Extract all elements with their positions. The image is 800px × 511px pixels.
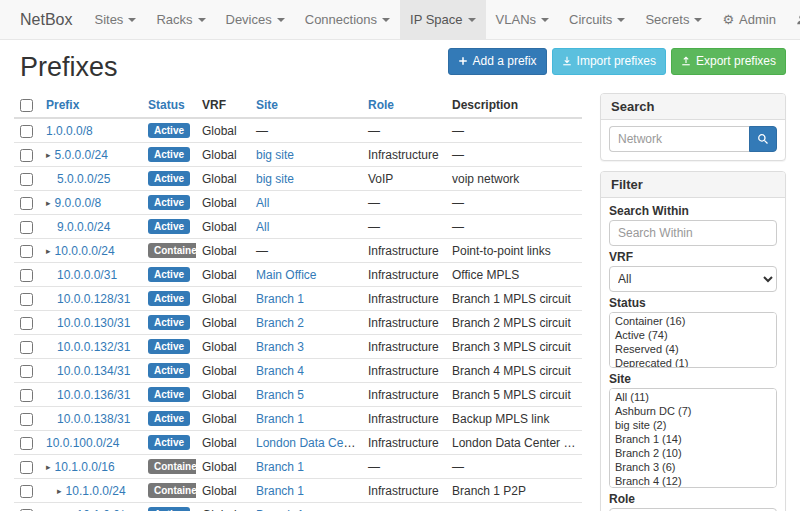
filter-option[interactable]: big site (2) — [611, 418, 775, 432]
description-cell: Branch 1 MPLS circuit — [446, 287, 582, 311]
search-input[interactable] — [609, 126, 749, 152]
site-link[interactable]: Branch 1 — [256, 292, 304, 306]
prefix-link[interactable]: 9.0.0.0/24 — [57, 220, 110, 234]
expand-arrow-icon[interactable]: ▸ — [46, 462, 51, 472]
expand-arrow-icon[interactable]: ▸ — [46, 198, 51, 208]
row-checkbox[interactable] — [20, 293, 33, 306]
row-checkbox[interactable] — [20, 317, 33, 330]
nav-item-vlans[interactable]: VLANs — [486, 0, 559, 39]
row-checkbox-cell — [14, 118, 40, 143]
nav-item-devices[interactable]: Devices — [216, 0, 295, 39]
chevron-down-icon — [128, 18, 136, 22]
row-checkbox[interactable] — [20, 413, 33, 426]
filter-option[interactable]: Deprecated (1) — [611, 356, 775, 368]
site-link[interactable]: Branch 4 — [256, 364, 304, 378]
vrf-cell: Global — [196, 191, 250, 215]
site-link[interactable]: London Data Center — [256, 436, 362, 450]
row-checkbox[interactable] — [20, 125, 33, 138]
prefix-link[interactable]: 10.0.0.130/31 — [57, 316, 130, 330]
site-link[interactable]: Branch 1 — [256, 484, 304, 498]
row-checkbox[interactable] — [20, 461, 33, 474]
site-link[interactable]: Branch 2 — [256, 316, 304, 330]
filter-option[interactable]: Branch 2 (10) — [611, 446, 775, 460]
status-badge: Active — [148, 435, 190, 450]
navbar: NetBox Sites Racks Devices Connections I… — [0, 0, 800, 40]
vrf-cell: Global — [196, 479, 250, 503]
site-link[interactable]: Branch 1 — [256, 412, 304, 426]
filter-option[interactable]: Container (16) — [611, 314, 775, 328]
expand-arrow-icon[interactable]: ▸ — [57, 486, 62, 496]
import-prefixes-button[interactable]: Import prefixes — [552, 48, 666, 75]
prefix-link[interactable]: 10.0.0.138/31 — [57, 412, 130, 426]
add-prefix-label: Add a prefix — [473, 53, 537, 70]
header-status[interactable]: Status — [142, 93, 196, 118]
site-link[interactable]: All — [256, 196, 269, 210]
row-checkbox[interactable] — [20, 197, 33, 210]
row-checkbox[interactable] — [20, 149, 33, 162]
header-role[interactable]: Role — [362, 93, 446, 118]
row-checkbox[interactable] — [20, 221, 33, 234]
prefix-link[interactable]: 10.0.0.132/31 — [57, 340, 130, 354]
nav-item-profile[interactable]: Profile — [786, 0, 800, 39]
filter-option[interactable]: Ashburn DC (7) — [611, 404, 775, 418]
site-link[interactable]: big site — [256, 172, 294, 186]
site-link[interactable]: All — [256, 220, 269, 234]
nav-item-sites[interactable]: Sites — [84, 0, 146, 39]
vrf-select[interactable]: All — [609, 266, 777, 292]
site-link[interactable]: Main Office — [256, 268, 316, 282]
row-checkbox[interactable] — [20, 269, 33, 282]
expand-arrow-icon[interactable]: ▸ — [46, 246, 51, 256]
prefix-link[interactable]: 10.0.0.0/24 — [55, 244, 115, 258]
prefix-link[interactable]: 10.0.0.0/31 — [57, 268, 117, 282]
description-cell: Branch 2 MPLS circuit — [446, 311, 582, 335]
site-link[interactable]: Branch 3 — [256, 340, 304, 354]
search-panel: Search — [600, 93, 786, 161]
status-listbox[interactable]: Container (16)Active (74)Reserved (4)Dep… — [609, 312, 777, 368]
site-listbox[interactable]: All (11)Ashburn DC (7)big site (2)Branch… — [609, 388, 777, 488]
site-link[interactable]: big site — [256, 148, 294, 162]
row-checkbox[interactable] — [20, 485, 33, 498]
site-link[interactable]: Branch 5 — [256, 388, 304, 402]
add-prefix-button[interactable]: Add a prefix — [448, 48, 547, 75]
description-cell: London Data Center - Server Network — [446, 431, 582, 455]
prefix-link[interactable]: 10.1.0.0/24 — [66, 484, 126, 498]
prefix-link[interactable]: 10.0.100.0/24 — [46, 436, 119, 450]
prefix-link[interactable]: 10.1.0.0/16 — [55, 460, 115, 474]
nav-item-racks[interactable]: Racks — [146, 0, 215, 39]
prefix-link[interactable]: 1.0.0.0/8 — [46, 124, 93, 138]
row-checkbox-cell — [14, 143, 40, 167]
filter-option[interactable]: All (11) — [611, 390, 775, 404]
row-checkbox[interactable] — [20, 341, 33, 354]
header-site[interactable]: Site — [250, 93, 362, 118]
row-checkbox[interactable] — [20, 245, 33, 258]
select-all-checkbox[interactable] — [20, 99, 33, 112]
site-link[interactable]: Branch 1 — [256, 460, 304, 474]
expand-arrow-icon[interactable]: ▸ — [46, 150, 51, 160]
filter-option[interactable]: Reserved (4) — [611, 342, 775, 356]
row-checkbox[interactable] — [20, 437, 33, 450]
prefix-link[interactable]: 5.0.0.0/25 — [57, 172, 110, 186]
prefix-table: Prefix Status VRF Site Role Description … — [14, 93, 582, 511]
filter-option[interactable]: Active (74) — [611, 328, 775, 342]
export-prefixes-button[interactable]: Export prefixes — [671, 48, 786, 75]
nav-item-secrets[interactable]: Secrets — [635, 0, 712, 39]
row-checkbox[interactable] — [20, 173, 33, 186]
prefix-link[interactable]: 10.0.0.136/31 — [57, 388, 130, 402]
brand-logo[interactable]: NetBox — [8, 0, 84, 39]
header-prefix[interactable]: Prefix — [40, 93, 142, 118]
filter-option[interactable]: Branch 3 (6) — [611, 460, 775, 474]
nav-item-connections[interactable]: Connections — [295, 0, 400, 39]
row-checkbox[interactable] — [20, 365, 33, 378]
search-within-input[interactable] — [609, 220, 777, 246]
nav-item-ip-space[interactable]: IP Space — [400, 0, 486, 39]
nav-item-admin[interactable]: ⚙ Admin — [712, 0, 786, 39]
filter-option[interactable]: Branch 1 (14) — [611, 432, 775, 446]
prefix-link[interactable]: 5.0.0.0/24 — [55, 148, 108, 162]
nav-item-circuits[interactable]: Circuits — [559, 0, 635, 39]
search-button[interactable] — [749, 126, 777, 152]
row-checkbox[interactable] — [20, 389, 33, 402]
prefix-link[interactable]: 10.0.0.134/31 — [57, 364, 130, 378]
prefix-link[interactable]: 10.0.0.128/31 — [57, 292, 130, 306]
filter-option[interactable]: Branch 4 (12) — [611, 474, 775, 488]
prefix-link[interactable]: 9.0.0.0/8 — [55, 196, 102, 210]
